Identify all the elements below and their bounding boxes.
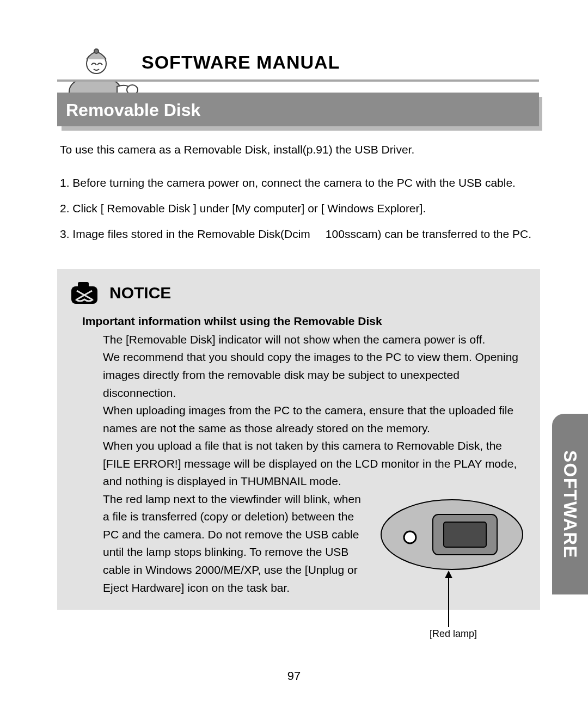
notice-p5-wrap: The red lamp next to the viewfinder will… (103, 491, 527, 597)
notice-subtitle: Important information whilst using the R… (82, 315, 527, 328)
notice-body: The [Removable Disk] indicator will not … (103, 331, 527, 597)
notice-p2: We recommend that you should copy the im… (103, 348, 527, 402)
notice-p5: The red lamp next to the viewfinder will… (103, 493, 361, 594)
red-lamp-callout: [Red lamp] (57, 610, 540, 648)
side-tab-label: SOFTWARE (560, 450, 580, 559)
title-underline: SOFTWARE MANUAL (57, 52, 539, 82)
camera-notice-icon (70, 281, 99, 305)
svg-point-13 (404, 531, 416, 543)
section-heading: Removable Disk (57, 93, 539, 126)
content-body: To use this camera as a Removable Disk, … (60, 142, 539, 245)
section-bar: Removable Disk (57, 93, 539, 126)
notice-heading: NOTICE (70, 281, 527, 305)
steps-list: 1. Before turning the camera power on, c… (60, 173, 539, 245)
step-3a: 3. Image files stored in the Removable D… (60, 228, 310, 240)
notice-p1: The [Removable Disk] indicator will not … (103, 331, 527, 349)
side-tab: SOFTWARE (552, 414, 588, 594)
red-lamp-label: [Red lamp] (430, 628, 477, 640)
notice-title: NOTICE (109, 284, 171, 302)
header-block: SOFTWARE MANUAL (57, 52, 539, 82)
step-3: 3. Image files stored in the Removable D… (60, 224, 539, 245)
svg-rect-12 (444, 522, 486, 547)
step-1: 1. Before turning the camera power on, c… (60, 173, 539, 194)
manual-page: SOFTWARE MANUAL Removable Disk To use th… (0, 0, 588, 705)
step-3b: 100sscam) can be transferred to the PC. (326, 228, 531, 240)
notice-box: NOTICE Important information whilst usin… (57, 269, 540, 610)
arrow-line (448, 572, 449, 627)
page-number: 97 (0, 669, 588, 683)
page-title: SOFTWARE MANUAL (142, 52, 340, 72)
notice-p3: When uploading images from the PC to the… (103, 402, 527, 437)
svg-rect-7 (78, 282, 89, 289)
section-title: Removable Disk (66, 100, 200, 120)
notice-p4: When you upload a file that is not taken… (103, 437, 527, 491)
step-2: 2. Click [ Removable Disk ] under [My co… (60, 198, 539, 219)
viewfinder-figure (377, 494, 527, 575)
intro-text: To use this camera as a Removable Disk, … (60, 142, 539, 157)
